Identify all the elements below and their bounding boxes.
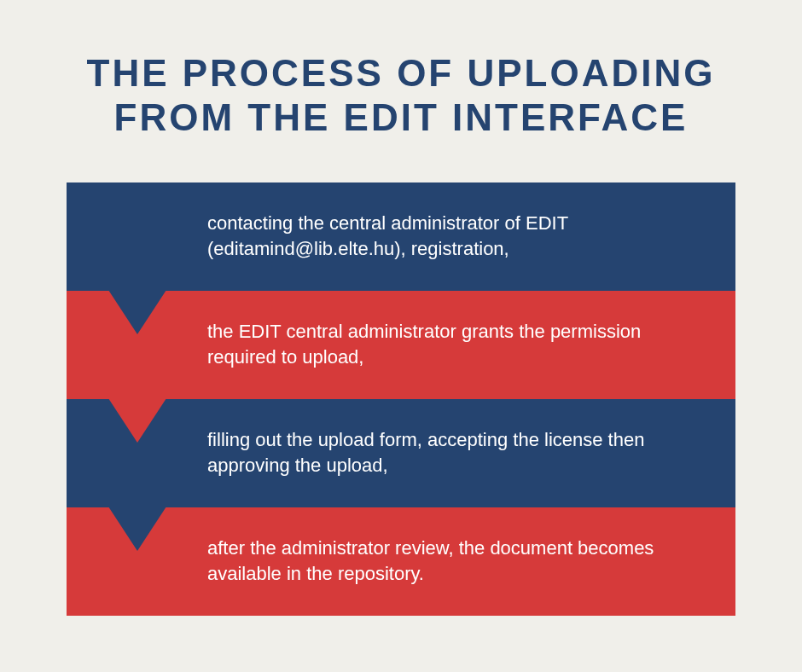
- step-3-text: filling out the upload form, accepting t…: [207, 427, 735, 480]
- arrow-zone-2: [67, 291, 207, 399]
- arrow-zone-1: [67, 182, 207, 291]
- step-4-text: after the administrator review, the docu…: [207, 536, 735, 588]
- step-4: after the administrator review, the docu…: [67, 507, 735, 616]
- step-3: filling out the upload form, accepting t…: [67, 399, 735, 507]
- step-2: the EDIT central administrator grants th…: [67, 291, 735, 399]
- process-steps: contacting the central administrator of …: [67, 182, 735, 616]
- step-1: contacting the central administrator of …: [67, 182, 735, 291]
- arrow-zone-4: [67, 507, 207, 616]
- step-2-text: the EDIT central administrator grants th…: [207, 319, 735, 372]
- diagram-container: THE PROCESS OF UPLOADING FROM THE EDIT I…: [0, 0, 802, 650]
- step-1-text: contacting the central administrator of …: [207, 211, 735, 264]
- chevron-down-icon: [108, 507, 166, 551]
- chevron-down-icon: [108, 290, 166, 334]
- arrow-zone-3: [67, 399, 207, 507]
- chevron-down-icon: [108, 398, 166, 443]
- diagram-title: THE PROCESS OF UPLOADING FROM THE EDIT I…: [34, 51, 768, 140]
